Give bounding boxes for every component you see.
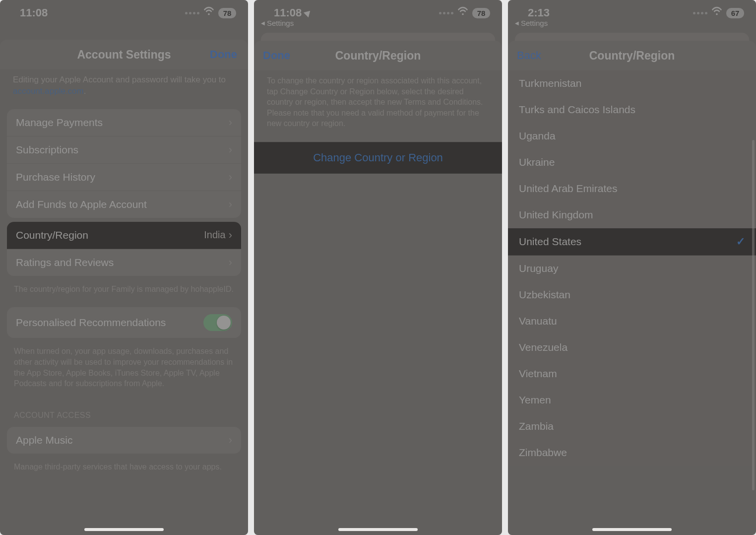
toggle-switch[interactable] xyxy=(203,314,232,331)
check-icon: ✓ xyxy=(736,235,745,248)
nav-bar: Back Country/Region xyxy=(508,41,756,70)
country-name: Uruguay xyxy=(519,263,558,274)
payments-group: Manage Payments› Subscriptions› Purchase… xyxy=(7,109,241,218)
chevron-right-icon: › xyxy=(229,229,232,242)
country-name: Zambia xyxy=(519,420,554,432)
nav-title: Account Settings xyxy=(77,48,171,62)
battery-indicator: 67 xyxy=(726,8,744,18)
nav-bar: Account Settings Done xyxy=(0,40,248,69)
family-footer: The country/region for your Family is ma… xyxy=(0,280,248,304)
country-name: Uzbekistan xyxy=(519,289,570,301)
cellular-icon xyxy=(439,12,453,14)
account-access-group: Apple Music› xyxy=(7,427,241,454)
account-access-header: ACCOUNT ACCESS xyxy=(0,398,248,423)
chevron-right-icon: › xyxy=(229,171,232,184)
country-name: Turks and Caicos Islands xyxy=(519,104,635,116)
purchase-history-row[interactable]: Purchase History› xyxy=(7,164,241,191)
country-name: Turkmenistan xyxy=(519,77,581,89)
country-name: Ukraine xyxy=(519,156,555,168)
nav-title: Country/Region xyxy=(589,49,675,63)
background-card xyxy=(261,33,495,41)
manage-payments-row[interactable]: Manage Payments› xyxy=(7,109,241,136)
country-row[interactable]: Vietnam xyxy=(508,361,756,387)
wifi-icon xyxy=(711,6,722,20)
chevron-right-icon: › xyxy=(229,198,232,211)
apple-music-footer: Manage third-party services that have ac… xyxy=(0,458,248,481)
back-to-settings[interactable]: Settings xyxy=(515,19,548,27)
status-bar: 11:08 78 xyxy=(0,0,248,26)
country-row[interactable]: Zimbabwe xyxy=(508,440,756,466)
personalised-recommendations-row[interactable]: Personalised Recommendations xyxy=(7,307,241,338)
apple-music-row[interactable]: Apple Music› xyxy=(7,427,241,454)
country-name: Venezuela xyxy=(519,341,567,353)
country-row[interactable]: United Kingdom xyxy=(508,202,756,228)
country-name: Yemen xyxy=(519,394,551,406)
status-time: 11:08 xyxy=(274,6,302,19)
country-row[interactable]: Ukraine xyxy=(508,149,756,176)
screen-account-settings: 11:08 78 Account Settings Done Editing y… xyxy=(0,0,248,535)
home-indicator[interactable] xyxy=(338,528,418,531)
background-card xyxy=(515,33,749,41)
country-row[interactable]: United Arab Emirates xyxy=(508,176,756,202)
cellular-icon xyxy=(693,12,707,14)
cellular-icon xyxy=(185,12,199,14)
home-indicator[interactable] xyxy=(592,528,672,531)
location-icon xyxy=(304,8,313,17)
country-row[interactable]: Yemen xyxy=(508,387,756,413)
country-name: Vanuatu xyxy=(519,315,557,327)
country-list[interactable]: TurkmenistanTurks and Caicos IslandsUgan… xyxy=(508,70,756,466)
account-link[interactable]: account.apple.com xyxy=(13,86,84,96)
ratings-reviews-row[interactable]: Ratings and Reviews› xyxy=(7,249,241,276)
nav-bar: Done Country/Region xyxy=(254,41,502,70)
country-name: United Arab Emirates xyxy=(519,183,617,195)
chevron-right-icon: › xyxy=(229,434,232,447)
battery-indicator: 78 xyxy=(218,8,236,18)
country-row[interactable]: Zambia xyxy=(508,413,756,440)
region-group: Country/Region India › Ratings and Revie… xyxy=(7,222,241,276)
country-name: United Kingdom xyxy=(519,209,593,221)
country-row[interactable]: Uruguay xyxy=(508,256,756,282)
country-row[interactable]: Uganda xyxy=(508,123,756,149)
account-info-text: Editing your Apple Account and password … xyxy=(0,69,248,105)
change-region-description: To change the country or region associat… xyxy=(254,70,502,137)
chevron-right-icon: › xyxy=(229,116,232,129)
country-name: Vietnam xyxy=(519,368,557,380)
home-indicator[interactable] xyxy=(84,528,164,531)
chevron-right-icon: › xyxy=(229,256,232,269)
country-name: United States xyxy=(519,236,581,248)
screen-country-region-info: 11:08 78 Settings Done Country/Region To… xyxy=(254,0,502,535)
country-value: India xyxy=(204,229,225,241)
country-row[interactable]: United States✓ xyxy=(508,228,756,256)
scroll-indicator[interactable] xyxy=(752,140,755,490)
country-row[interactable]: Turks and Caicos Islands xyxy=(508,97,756,123)
wifi-icon xyxy=(203,6,214,20)
subscriptions-row[interactable]: Subscriptions› xyxy=(7,136,241,164)
status-time: 2:13 xyxy=(528,6,550,19)
battery-indicator: 78 xyxy=(472,8,490,18)
change-country-button[interactable]: Change Country or Region xyxy=(254,142,502,174)
chevron-right-icon: › xyxy=(229,143,232,156)
done-button[interactable]: Done xyxy=(263,49,290,62)
country-region-row[interactable]: Country/Region India › xyxy=(7,222,241,249)
back-to-settings[interactable]: Settings xyxy=(261,19,294,27)
country-row[interactable]: Uzbekistan xyxy=(508,282,756,308)
add-funds-row[interactable]: Add Funds to Apple Account› xyxy=(7,191,241,218)
country-row[interactable]: Venezuela xyxy=(508,334,756,361)
back-button[interactable]: Back xyxy=(517,49,541,62)
screen-country-list: 2:13 67 Settings Back Country/Region Tur… xyxy=(508,0,756,535)
country-name: Uganda xyxy=(519,130,556,142)
done-button[interactable]: Done xyxy=(210,48,237,61)
country-name: Zimbabwe xyxy=(519,447,567,459)
nav-title: Country/Region xyxy=(335,49,421,63)
country-row[interactable]: Turkmenistan xyxy=(508,70,756,97)
personalised-footer: When turned on, your app usage, download… xyxy=(0,342,248,398)
country-row[interactable]: Vanuatu xyxy=(508,308,756,334)
wifi-icon xyxy=(457,6,468,20)
status-time: 11:08 xyxy=(20,6,48,19)
